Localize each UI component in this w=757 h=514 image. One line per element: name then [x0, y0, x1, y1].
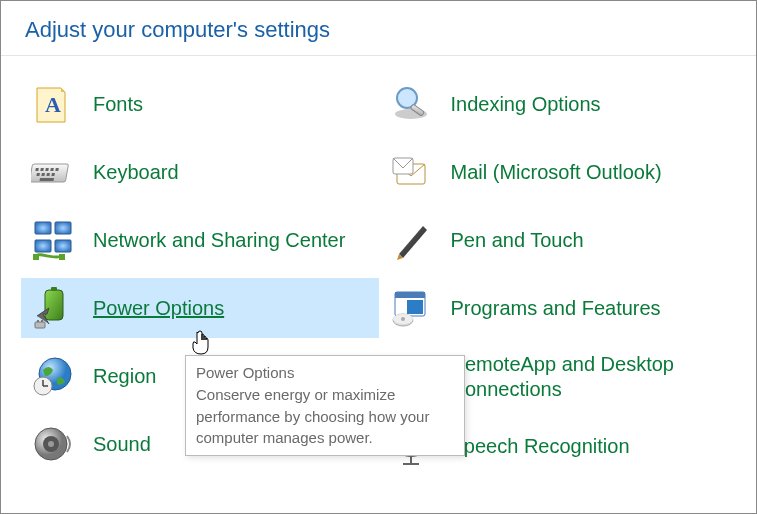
svg-rect-7	[36, 173, 40, 176]
item-label: Sound	[93, 432, 151, 457]
svg-rect-4	[45, 168, 49, 171]
svg-rect-2	[35, 168, 39, 171]
sound-icon	[29, 420, 77, 468]
svg-rect-11	[40, 178, 55, 181]
svg-rect-10	[51, 173, 55, 176]
region-icon	[29, 352, 77, 400]
indexing-icon	[387, 80, 435, 128]
svg-rect-12	[35, 222, 51, 234]
item-label: Speech Recognition	[451, 434, 630, 459]
tooltip-title: Power Options	[196, 364, 294, 381]
power-icon	[29, 284, 77, 332]
item-pen[interactable]: Pen and Touch	[379, 210, 737, 270]
item-label: Indexing Options	[451, 92, 601, 117]
programs-icon	[387, 284, 435, 332]
item-label: Programs and Features	[451, 296, 661, 321]
network-icon	[29, 216, 77, 264]
svg-rect-37	[407, 300, 423, 314]
mail-icon	[387, 148, 435, 196]
svg-rect-17	[59, 254, 65, 260]
svg-text:A: A	[45, 92, 61, 117]
svg-rect-36	[395, 292, 425, 298]
svg-rect-18	[45, 290, 63, 320]
svg-point-40	[401, 317, 405, 321]
keyboard-icon	[29, 148, 77, 196]
svg-rect-20	[35, 322, 45, 328]
tooltip: Power Options Conserve energy or maximiz…	[185, 355, 465, 456]
item-label: Mail (Microsoft Outlook)	[451, 160, 662, 185]
header: Adjust your computer's settings	[1, 1, 756, 56]
svg-rect-9	[46, 173, 50, 176]
svg-rect-5	[50, 168, 54, 171]
svg-rect-16	[33, 254, 39, 260]
item-network[interactable]: Network and Sharing Center	[21, 210, 379, 270]
item-mail[interactable]: Mail (Microsoft Outlook)	[379, 142, 737, 202]
svg-rect-13	[55, 222, 71, 234]
item-label: Network and Sharing Center	[93, 228, 345, 253]
control-panel: Adjust your computer's settings A Fonts	[0, 0, 757, 514]
item-programs[interactable]: Programs and Features	[379, 278, 737, 338]
svg-rect-14	[35, 240, 51, 252]
item-label: RemoteApp and Desktop Connections	[451, 352, 729, 402]
item-label: Fonts	[93, 92, 143, 117]
item-label: Keyboard	[93, 160, 179, 185]
svg-rect-6	[55, 168, 59, 171]
svg-point-29	[48, 441, 54, 447]
item-keyboard[interactable]: Keyboard	[21, 142, 379, 202]
page-title: Adjust your computer's settings	[25, 17, 732, 43]
item-power-options[interactable]: Power Options	[21, 278, 379, 338]
svg-rect-8	[41, 173, 45, 176]
item-label: Power Options	[93, 296, 224, 321]
tooltip-body: Conserve energy or maximize performance …	[196, 386, 429, 447]
item-label: Region	[93, 364, 156, 389]
svg-rect-15	[55, 240, 71, 252]
svg-rect-3	[40, 168, 44, 171]
item-fonts[interactable]: A Fonts	[21, 74, 379, 134]
svg-rect-19	[51, 287, 57, 291]
item-indexing[interactable]: Indexing Options	[379, 74, 737, 134]
item-label: Pen and Touch	[451, 228, 584, 253]
pen-icon	[387, 216, 435, 264]
fonts-icon: A	[29, 80, 77, 128]
